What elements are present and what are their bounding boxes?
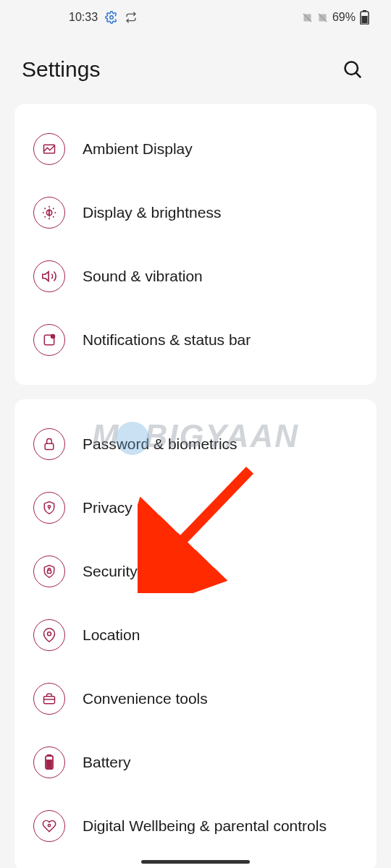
shield-lock-icon [33,556,65,587]
no-sim-icon-2 [317,12,328,23]
setting-label: Sound & vibration [83,268,203,285]
setting-label: Location [83,626,140,644]
loop-icon [125,12,137,23]
notification-icon [33,324,65,356]
setting-battery[interactable]: Battery [14,731,377,794]
svg-rect-26 [48,570,51,573]
svg-point-24 [48,506,50,508]
setting-digital-wellbeing[interactable]: Digital Wellbeing & parental controls [14,794,377,858]
setting-label: Password & biometrics [83,435,237,453]
brightness-icon [33,197,65,229]
settings-group-1: Ambient Display Display & brightness Sou… [14,104,377,385]
setting-location[interactable]: Location [14,603,377,667]
status-bar: 10:33 69% [0,0,391,35]
sound-icon [33,260,65,292]
svg-point-22 [51,335,55,339]
battery-vert-icon [33,746,65,778]
svg-rect-23 [45,443,54,449]
setting-label: Security [83,563,138,580]
setting-password-biometrics[interactable]: Password & biometrics [14,412,377,476]
svg-rect-7 [362,16,368,24]
setting-label: Display & brightness [83,204,221,221]
lock-icon [33,428,65,460]
svg-rect-32 [47,760,51,767]
svg-point-33 [48,825,50,827]
svg-line-14 [45,208,46,209]
shield-key-icon [33,492,65,524]
setting-label: Battery [83,754,131,771]
svg-line-18 [45,216,46,217]
svg-line-9 [356,73,361,77]
setting-label: Convenience tools [83,690,208,707]
setting-notifications-status-bar[interactable]: Notifications & status bar [14,308,377,372]
status-right: 69% [302,10,369,25]
settings-gear-icon [105,11,118,24]
setting-label: Notifications & status bar [83,331,251,349]
status-left: 10:33 [69,11,137,24]
setting-label: Ambient Display [83,140,193,158]
page-title: Settings [22,57,100,82]
setting-convenience-tools[interactable]: Convenience tools [14,667,377,731]
setting-sound-vibration[interactable]: Sound & vibration [14,244,377,308]
svg-point-0 [110,16,114,20]
setting-label: Digital Wellbeing & parental controls [83,817,327,835]
battery-percent: 69% [332,11,356,24]
setting-privacy[interactable]: Privacy [14,476,377,540]
setting-security[interactable]: Security [14,540,377,603]
search-icon [342,59,363,80]
heart-icon [33,810,65,842]
header: Settings [0,35,391,104]
svg-marker-20 [43,272,49,281]
no-sim-icon [302,12,313,23]
setting-ambient-display[interactable]: Ambient Display [14,117,377,181]
svg-line-19 [53,208,54,209]
location-pin-icon [33,619,65,651]
battery-icon [360,10,369,25]
image-icon [33,133,65,165]
status-time: 10:33 [69,11,98,24]
home-indicator[interactable] [141,860,250,864]
setting-display-brightness[interactable]: Display & brightness [14,181,377,244]
settings-group-2: Password & biometrics Privacy Security L… [14,399,377,868]
svg-point-27 [48,632,51,636]
svg-line-15 [53,216,54,217]
toolbox-icon [33,683,65,715]
search-button[interactable] [340,56,366,82]
setting-label: Privacy [83,499,133,516]
svg-rect-28 [44,697,55,704]
